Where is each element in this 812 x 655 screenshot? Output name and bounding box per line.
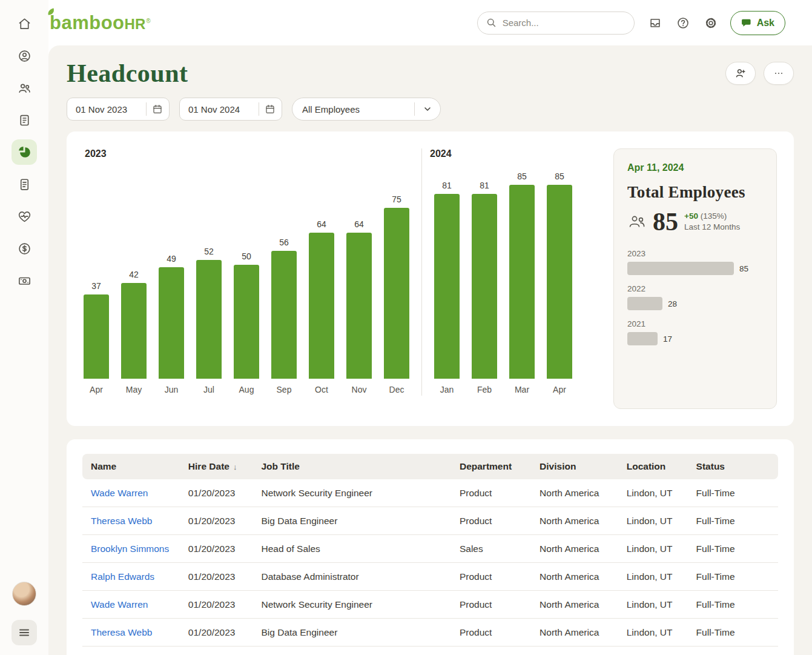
year-label: 2023 — [627, 249, 763, 258]
bar-value-label: 85 — [555, 171, 564, 181]
chart-plot: 37Apr42May49Jun52Jul50Aug56Sep64Oct64Nov… — [84, 148, 598, 409]
table-cell: Full-Time — [688, 535, 778, 563]
table-cell: Product — [451, 619, 531, 647]
employee-name-link[interactable]: Wade Warren — [91, 599, 148, 610]
sidebar-item-directory[interactable] — [12, 107, 37, 133]
employee-filter-select[interactable]: All Employees — [292, 98, 441, 121]
end-date-calendar-button[interactable] — [259, 102, 276, 116]
column-header-division[interactable]: Division — [531, 454, 618, 479]
employee-name-cell: Brooklyn Simmons — [82, 535, 180, 563]
headcount-bar — [121, 283, 147, 379]
app-window: bambooHR® Ask Headcount — [0, 0, 812, 655]
column-header-status[interactable]: Status — [688, 454, 778, 479]
year-label: 2022 — [627, 284, 763, 293]
employee-name-link[interactable]: Theresa Webb — [91, 627, 152, 637]
bar-value-label: 81 — [442, 181, 452, 190]
ask-button[interactable]: Ask — [730, 11, 785, 35]
headcount-bar — [346, 233, 372, 379]
chevron-down-icon — [423, 104, 432, 114]
table-cell: North America — [531, 647, 618, 655]
inbox-button[interactable] — [643, 11, 667, 35]
sidebar-item-compensation[interactable] — [12, 236, 37, 261]
table-header-row: NameHire Date↓Job TitleDepartmentDivisio… — [82, 454, 778, 479]
sidebar-item-files[interactable] — [12, 171, 37, 197]
month-label: Nov — [352, 385, 367, 396]
table-cell: Network Security Engineer — [253, 591, 451, 619]
bar-column: 42May — [121, 169, 147, 396]
end-date-input[interactable] — [187, 104, 245, 115]
column-header-name[interactable]: Name — [82, 454, 180, 479]
headcount-bar — [309, 233, 334, 379]
table-cell: Lindon, UT — [618, 479, 688, 507]
table-cell: Big Data Engineer — [253, 619, 451, 647]
start-date-calendar-button[interactable] — [146, 102, 163, 116]
calendar-icon — [265, 104, 276, 115]
person-icon — [18, 49, 31, 63]
table-cell: Full-Time — [688, 507, 778, 535]
start-date-field[interactable] — [67, 98, 170, 121]
table-cell: North America — [531, 479, 618, 507]
table-cell: Sales — [451, 535, 531, 563]
user-avatar[interactable] — [12, 582, 36, 606]
bar-column: 50Aug — [234, 169, 259, 396]
column-header-department[interactable]: Department — [451, 454, 531, 479]
sidebar-item-benefits[interactable] — [12, 204, 37, 229]
employee-table-head: NameHire Date↓Job TitleDepartmentDivisio… — [82, 454, 778, 479]
year-total-value: 28 — [668, 299, 677, 308]
menu-toggle-button[interactable] — [12, 620, 37, 645]
sort-descending-icon: ↓ — [233, 462, 237, 471]
add-employee-button[interactable] — [725, 62, 756, 85]
bar-value-label: 50 — [242, 251, 251, 261]
page-header: Headcount — [67, 59, 794, 88]
table-cell: Lindon, UT — [618, 647, 688, 655]
employee-filter-chevron[interactable] — [414, 102, 440, 116]
table-cell: North America — [531, 507, 618, 535]
table-cell: Full-Time — [688, 479, 778, 507]
employee-name-cell: Wade Warren — [82, 479, 180, 507]
table-cell: 01/20/2023 — [180, 479, 253, 507]
table-cell: North America — [531, 535, 618, 563]
logo-suffix: HR — [125, 16, 146, 33]
table-cell: Lindon, UT — [618, 507, 688, 535]
bamboohr-logo[interactable]: bambooHR® — [50, 12, 151, 34]
page-title: Headcount — [67, 59, 188, 88]
search-icon — [486, 18, 497, 28]
logo-registered-mark: ® — [146, 18, 150, 24]
year-comparison-row: 202228 — [627, 284, 763, 310]
year-total-bar — [627, 297, 662, 310]
bar-value-label: 49 — [167, 254, 176, 264]
employee-name-link[interactable]: Brooklyn Simmons — [91, 544, 169, 554]
year-comparison-bars: 202385202228202117 — [627, 249, 763, 345]
headcount-bar — [384, 208, 409, 379]
settings-button[interactable] — [699, 11, 723, 35]
column-header-hire-date[interactable]: Hire Date↓ — [180, 454, 253, 479]
heart-pulse-icon — [18, 210, 31, 224]
sidebar-item-reports[interactable] — [12, 139, 37, 165]
gear-icon — [704, 16, 718, 30]
summary-title: Total Employees — [627, 183, 763, 202]
bar-column: 75Dec — [384, 169, 409, 396]
dollar-circle-icon — [18, 242, 31, 256]
bar-column: 85Apr — [547, 169, 572, 396]
table-cell: 01/20/2023 — [180, 507, 253, 535]
sidebar-item-my-info[interactable] — [12, 43, 37, 68]
column-header-job-title[interactable]: Job Title — [253, 454, 451, 479]
employee-name-link[interactable]: Theresa Webb — [91, 516, 152, 526]
year-total-value: 85 — [739, 264, 748, 273]
start-date-input[interactable] — [74, 104, 133, 115]
column-header-location[interactable]: Location — [618, 454, 688, 479]
headcount-bar — [271, 251, 297, 379]
more-options-button[interactable] — [764, 62, 794, 85]
sidebar-item-payroll[interactable] — [12, 268, 37, 293]
people-icon — [18, 81, 31, 95]
table-cell: Big Data Engineer — [253, 507, 451, 535]
employee-name-link[interactable]: Wade Warren — [91, 488, 148, 498]
global-search[interactable] — [477, 12, 635, 35]
sidebar-item-home[interactable] — [12, 11, 37, 36]
search-input[interactable] — [501, 17, 626, 28]
end-date-field[interactable] — [179, 98, 282, 121]
employee-name-link[interactable]: Ralph Edwards — [91, 571, 154, 582]
calendar-icon — [152, 104, 163, 115]
help-button[interactable] — [671, 11, 695, 35]
sidebar-item-people[interactable] — [12, 75, 37, 101]
